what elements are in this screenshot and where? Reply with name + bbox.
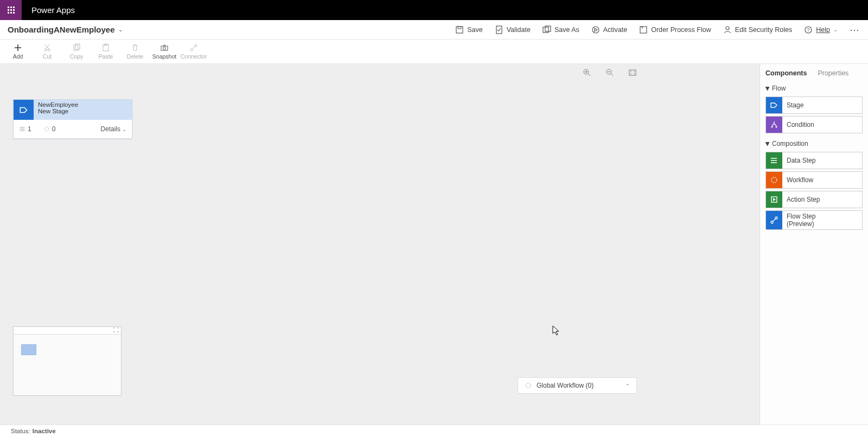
component-workflow[interactable]: Workflow	[765, 171, 863, 189]
minimap-expand-button[interactable]: ⛶	[14, 327, 121, 335]
stage-card-footer: 1 0 Details ⌄	[14, 120, 132, 138]
stage-details-toggle[interactable]: Details ⌄	[100, 125, 126, 133]
svg-rect-22	[629, 70, 636, 75]
status-value: Inactive	[33, 428, 56, 434]
app-header: Power Apps	[0, 0, 868, 20]
minimap-stage-icon	[21, 344, 36, 355]
component-condition[interactable]: Condition	[765, 116, 863, 133]
zoom-out-button[interactable]	[605, 68, 614, 77]
svg-point-24	[526, 383, 531, 388]
validate-icon	[495, 25, 503, 34]
tab-components[interactable]: Components	[760, 66, 812, 80]
component-action-step[interactable]: Action Step	[765, 191, 863, 208]
component-flow-step[interactable]: Flow Step (Preview)	[765, 210, 863, 230]
product-name: Power Apps	[22, 0, 85, 20]
stage-icon	[766, 97, 782, 113]
section-composition-label: Composition	[772, 140, 808, 147]
right-panel: Components Properties ▶ Flow Stage Condi…	[760, 64, 868, 425]
title-bar: OnboardingANewEmployee ⌄ Save Validate S…	[0, 20, 868, 40]
paste-label: Paste	[99, 53, 113, 60]
svg-point-17	[163, 47, 166, 50]
cut-button[interactable]: Cut	[33, 40, 62, 63]
copy-label: Copy	[70, 53, 84, 60]
toolbar: Add Cut Copy Paste Delete Snapshot Conne…	[0, 40, 868, 64]
delete-button[interactable]: Delete	[120, 40, 150, 63]
svg-point-29	[771, 162, 772, 163]
component-stage[interactable]: Stage	[765, 97, 863, 114]
edit-security-roles-button[interactable]: Edit Security Roles	[723, 25, 793, 34]
flow-step-icon	[766, 211, 782, 229]
zoom-in-icon	[583, 68, 591, 77]
caret-icon: ▶	[765, 142, 771, 146]
fit-to-screen-button[interactable]	[628, 68, 637, 77]
section-composition-header[interactable]: ▶ Composition	[760, 136, 868, 150]
stage-card[interactable]: NewEmployee New Stage 1 0 Details	[13, 99, 132, 139]
component-action-step-label: Action Step	[782, 191, 820, 208]
save-as-icon	[542, 25, 551, 34]
svg-point-30	[771, 177, 777, 183]
condition-icon	[766, 117, 782, 133]
svg-point-23	[44, 127, 49, 131]
svg-point-33	[775, 217, 777, 219]
connector-button[interactable]: Connector	[179, 40, 208, 63]
app-launcher[interactable]	[0, 0, 22, 20]
component-flow-step-label: Flow Step (Preview)	[782, 211, 815, 229]
cut-label: Cut	[43, 53, 52, 60]
paste-button[interactable]: Paste	[91, 40, 120, 63]
more-button[interactable]: ⋯	[850, 24, 860, 36]
workflow-icon	[525, 382, 532, 389]
zoom-controls	[583, 68, 637, 77]
camera-icon	[160, 43, 169, 52]
activate-button[interactable]: Activate	[591, 25, 627, 34]
svg-point-10	[44, 49, 47, 51]
svg-point-7	[726, 27, 729, 30]
trigger-icon	[43, 126, 50, 132]
connector-label: Connector	[181, 53, 207, 60]
svg-rect-0	[456, 27, 463, 33]
svg-point-5	[592, 27, 599, 33]
help-button[interactable]: ? Help ⌄	[804, 25, 838, 34]
validate-button[interactable]: Validate	[495, 25, 531, 34]
section-flow-label: Flow	[772, 85, 786, 92]
component-data-step[interactable]: Data Step	[765, 152, 863, 169]
copy-button[interactable]: Copy	[62, 40, 91, 63]
svg-point-18	[190, 49, 193, 51]
svg-point-32	[771, 221, 773, 223]
add-label: Add	[13, 53, 23, 60]
global-workflow-panel[interactable]: Global Workflow (0) ⌄	[518, 377, 637, 394]
tab-properties[interactable]: Properties	[812, 66, 854, 80]
data-step-icon	[766, 152, 782, 169]
svg-point-28	[771, 160, 772, 161]
save-icon	[455, 25, 464, 34]
minimap[interactable]: ⛶	[13, 326, 122, 396]
stage-steps-count: 1	[19, 125, 31, 133]
title-actions: Save Validate Save As Activate Order Pro…	[455, 24, 860, 36]
svg-rect-6	[640, 27, 647, 33]
save-as-button[interactable]: Save As	[542, 25, 579, 34]
security-icon	[723, 25, 732, 34]
action-step-icon	[766, 191, 782, 208]
flow-name-dropdown[interactable]: OnboardingANewEmployee ⌄	[8, 25, 123, 34]
svg-point-27	[771, 158, 772, 159]
component-condition-label: Condition	[782, 117, 814, 133]
activate-icon	[591, 25, 600, 34]
canvas[interactable]: NewEmployee New Stage 1 0 Details	[0, 64, 760, 425]
component-data-step-label: Data Step	[782, 152, 815, 169]
validate-label: Validate	[507, 26, 531, 34]
add-button[interactable]: Add	[3, 40, 33, 63]
caret-icon: ▶	[765, 86, 771, 91]
svg-point-11	[48, 49, 50, 51]
chevron-down-icon: ⌄	[833, 27, 838, 33]
minimap-canvas	[14, 335, 121, 365]
stage-name-label: New Stage	[38, 108, 78, 114]
save-button[interactable]: Save	[455, 25, 483, 34]
section-flow-header[interactable]: ▶ Flow	[760, 80, 868, 94]
order-process-flow-button[interactable]: Order Process Flow	[639, 25, 711, 34]
zoom-out-icon	[605, 68, 614, 77]
copy-icon	[72, 43, 81, 52]
waffle-icon	[8, 7, 15, 14]
snapshot-button[interactable]: Snapshot	[150, 40, 179, 63]
svg-point-25	[771, 126, 773, 128]
save-as-label: Save As	[554, 26, 579, 34]
zoom-in-button[interactable]	[583, 68, 591, 77]
